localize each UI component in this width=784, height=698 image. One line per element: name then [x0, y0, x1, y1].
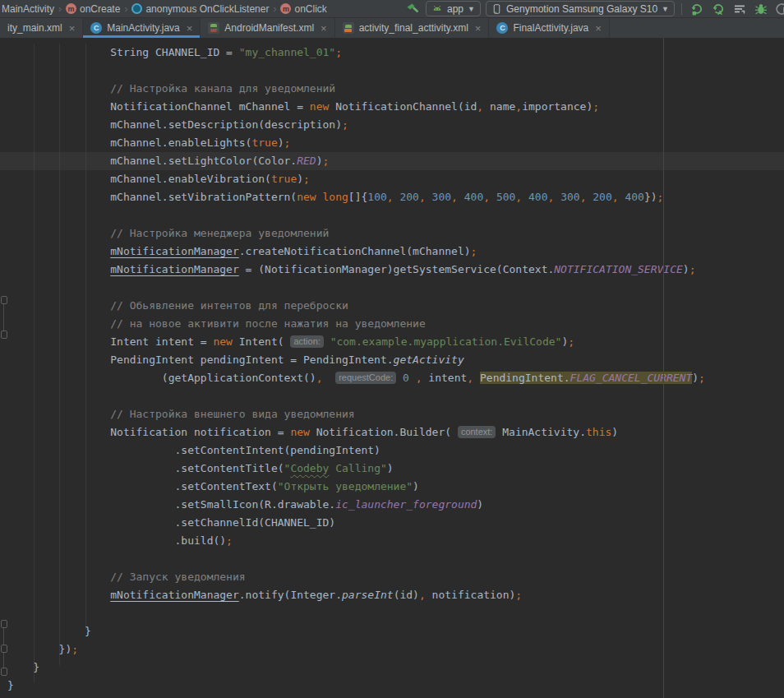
code-line: PendingIntent pendingIntent = PendingInt…	[0, 351, 784, 369]
tab-label: FinalActtivity.java	[513, 22, 588, 34]
code-line: // на новое активити после нажатия на ув…	[0, 315, 784, 333]
breadcrumb-label: onClick	[294, 3, 326, 15]
breadcrumb-label: onCreate	[80, 3, 120, 15]
breadcrumb-label: MainActivity	[2, 3, 54, 15]
device-selector[interactable]: Genymotion Samsung Galaxy S10 ▼	[486, 1, 675, 16]
code-line: mChannel.enableLights(true);	[0, 134, 784, 152]
method-icon: m	[66, 3, 76, 14]
tab-label: ity_main.xml	[7, 22, 62, 34]
fold-marker[interactable]	[1, 645, 7, 653]
right-margin-guide	[663, 38, 664, 698]
device-phone-icon	[491, 3, 502, 15]
code-line: .setSmallIcon(R.drawable.ic_launcher_for…	[0, 496, 784, 514]
code-line: Notification notification = new Notifica…	[0, 423, 784, 441]
code-line: mChannel.setDescription(description);	[0, 116, 784, 134]
java-class-icon: C	[90, 22, 102, 34]
apply-changes-icon[interactable]	[689, 2, 705, 16]
code-line: (getApplicationContext(), requestCode: 0…	[0, 369, 784, 387]
anonymous-class-icon	[131, 3, 142, 14]
code-line: // Настройка внешнего вида уведомления	[0, 405, 784, 423]
editor-tabs: ity_main.xml×CMainActivity.java×MFAndroi…	[0, 18, 784, 38]
fold-marker[interactable]	[1, 296, 7, 304]
chevron-down-icon: ▼	[468, 5, 475, 13]
code-line: // Настройка менеджера уведомлений	[0, 224, 784, 243]
chevron-down-icon: ▼	[662, 5, 669, 13]
apply-code-changes-icon[interactable]: A	[710, 2, 726, 16]
tab-label: AndroidManifest.xml	[224, 22, 314, 34]
code-line: String CHANNEL_ID = "my_channel_01";	[0, 44, 784, 62]
breadcrumb-item[interactable]: MainActivity	[2, 3, 54, 15]
close-tab-icon[interactable]: ×	[69, 23, 76, 34]
code-line: mNotificationManager = (NotificationMana…	[0, 261, 784, 279]
code-line: NotificationChannel mChannel = new Notif…	[0, 98, 784, 116]
code-line: // Настройка канала для уведомлений	[0, 80, 784, 98]
run-toolbar: app ▼ Genymotion Samsung Galaxy S10 ▼	[404, 1, 784, 16]
fold-marker[interactable]	[1, 331, 7, 339]
code-line: // Запуск уведомления	[0, 568, 784, 586]
code-line-caret: mChannel.setLightColor(Color.RED);	[0, 152, 784, 170]
tab-ity_main.xml[interactable]: ity_main.xml×	[0, 18, 83, 38]
profiler-icon[interactable]	[731, 2, 748, 16]
breadcrumb-label: anonymous OnClickListener	[145, 3, 269, 15]
svg-text:A: A	[717, 9, 722, 16]
code-line: .build();	[0, 532, 784, 550]
tab-AndroidManifest.xml[interactable]: MFAndroidManifest.xml×	[201, 18, 334, 38]
code-line	[0, 206, 784, 224]
code-line: mNotificationManager.notify(Integer.pars…	[0, 586, 784, 604]
device-label: Genymotion Samsung Galaxy S10	[506, 3, 657, 15]
android-robot-icon	[431, 3, 443, 15]
code-line: mChannel.setVibrationPattern(new long[]{…	[0, 188, 784, 206]
breadcrumb-item[interactable]: monCreate	[66, 3, 120, 15]
code-line: mNotificationManager.createNotificationC…	[0, 243, 784, 261]
debug-icon[interactable]	[753, 2, 769, 16]
code-line	[0, 62, 784, 80]
code-line: }	[0, 622, 784, 640]
breadcrumb-separator-icon: ›	[124, 3, 127, 15]
code-line: }	[0, 677, 784, 695]
breadcrumb-item[interactable]: monClick	[280, 3, 326, 15]
code-line: .setContentTitle("Codeby Calling")	[0, 460, 784, 478]
code-line: .setContentIntent(pendingIntent)	[0, 441, 784, 460]
code-line	[0, 387, 784, 405]
ide-window: MainActivity›monCreate›anonymous OnClick…	[0, 0, 784, 698]
run-config-selector[interactable]: app ▼	[426, 1, 481, 16]
code-area: String CHANNEL_ID = "my_channel_01"; // …	[0, 38, 784, 695]
code-line: mChannel.enableVibration(true);	[0, 170, 784, 188]
toolbar-separator	[681, 3, 682, 15]
java-class-icon: C	[496, 22, 508, 34]
breadcrumb-item[interactable]: anonymous OnClickListener	[131, 3, 269, 15]
code-line: }	[0, 659, 784, 677]
close-tab-icon[interactable]: ×	[475, 23, 482, 34]
code-line: .setChannelId(CHANNEL_ID)	[0, 514, 784, 532]
code-line	[0, 279, 784, 297]
fold-marker[interactable]	[1, 668, 7, 676]
method-icon: m	[280, 3, 291, 14]
code-line: .setContentText("Открыть уведомление")	[0, 478, 784, 496]
tab-label: activity_final_acttivity.xml	[359, 22, 468, 34]
breadcrumb-separator-icon: ›	[58, 3, 62, 15]
code-editor[interactable]: String CHANNEL_ID = "my_channel_01"; // …	[0, 38, 784, 698]
code-line: Intent intent = new Intent( action: "com…	[0, 333, 784, 351]
manifest-icon: MF	[208, 22, 219, 34]
parameter-hint: requestCode:	[335, 372, 396, 384]
build-hammer-icon[interactable]	[404, 2, 421, 16]
tab-activity_final_acttivity.xml[interactable]: activity_final_acttivity.xml×	[335, 18, 490, 38]
code-line	[0, 604, 784, 622]
parameter-hint: action:	[290, 335, 323, 348]
breadcrumb-separator-icon: ›	[273, 3, 276, 15]
tab-MainActivity.java[interactable]: CMainActivity.java×	[83, 18, 201, 38]
xml-file-icon	[343, 22, 354, 34]
code-line	[0, 550, 784, 568]
navigation-toolbar: MainActivity›monCreate›anonymous OnClick…	[0, 0, 784, 18]
run-config-label: app	[447, 3, 463, 15]
close-tab-icon[interactable]: ×	[595, 23, 602, 34]
close-tab-icon[interactable]: ×	[321, 23, 327, 34]
code-line: });	[0, 640, 784, 659]
parameter-hint: context:	[458, 426, 496, 438]
close-tab-icon[interactable]: ×	[187, 23, 193, 34]
fold-marker[interactable]	[1, 620, 7, 628]
breadcrumb: MainActivity›monCreate›anonymous OnClick…	[0, 3, 327, 15]
tab-FinalActtivity.java[interactable]: CFinalActtivity.java×	[489, 18, 609, 38]
code-line: // Обьявление интентов для переброски	[0, 297, 784, 315]
attach-debugger-icon[interactable]	[774, 2, 784, 16]
